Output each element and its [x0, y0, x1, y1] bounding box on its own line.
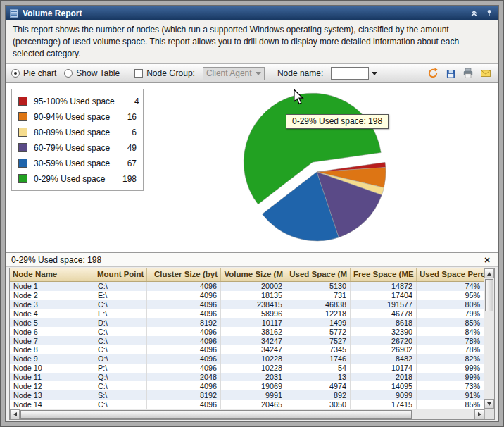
cell: 8618	[351, 318, 417, 327]
cell: 38162	[221, 327, 286, 336]
legend-item[interactable]: 80-89% Used space6	[18, 126, 137, 138]
vertical-scrollbar[interactable]	[484, 268, 494, 409]
node-name-input[interactable]	[331, 67, 369, 80]
table-row[interactable]: Node 1C:\40962000251301487274%	[10, 282, 484, 291]
column-header[interactable]: Used Space (M	[286, 268, 351, 281]
cell: E:\	[94, 291, 147, 300]
table-row[interactable]: Node 8C:\40963424773452690278%	[10, 345, 484, 354]
save-button[interactable]	[443, 66, 458, 80]
node-group-checkbox[interactable]	[134, 69, 143, 78]
cell: 78%	[417, 345, 484, 354]
chart-area: 95-100% Used space490-94% Used space1680…	[6, 83, 498, 252]
cell: 1746	[286, 354, 351, 364]
cell: Node 7	[10, 336, 94, 345]
refresh-button[interactable]	[426, 66, 440, 80]
cell: 4096	[147, 381, 221, 390]
cell: 12218	[286, 309, 351, 318]
scroll-down-button[interactable]	[484, 399, 494, 409]
table-row[interactable]: Node 4E:\409658996122184677879%	[10, 309, 484, 318]
table-row[interactable]: Node 5D:\8192101171499861885%	[10, 318, 484, 327]
column-header[interactable]: Cluster Size (byt	[147, 268, 221, 281]
cell: 4096	[147, 291, 221, 300]
cell: 4096	[147, 327, 221, 336]
cell: 892	[286, 390, 351, 400]
node-name-dropdown-button[interactable]	[369, 67, 380, 80]
table-row[interactable]: Node 14C:\40962046530501741585%	[10, 400, 484, 409]
show-table-radio[interactable]	[64, 69, 73, 78]
table-row[interactable]: Node 9O:\4096102281746848282%	[10, 354, 484, 364]
legend-item[interactable]: 95-100% Used space4	[18, 95, 137, 107]
column-header[interactable]: Used Space Perc	[417, 268, 484, 281]
horizontal-scrollbar[interactable]	[10, 409, 484, 419]
cell: 4974	[286, 381, 351, 390]
legend-item[interactable]: 0-29% Used space198	[18, 173, 137, 185]
print-icon	[462, 68, 474, 79]
column-header[interactable]: Node Name	[10, 268, 94, 281]
cell: 19069	[221, 381, 286, 390]
cell: 91%	[417, 390, 484, 400]
cell: 32390	[351, 327, 417, 336]
cell: 4096	[147, 345, 221, 354]
cell: 85%	[417, 400, 484, 409]
window-title: Volume Report	[23, 8, 465, 18]
close-button[interactable]: ×	[481, 254, 493, 266]
legend-swatch	[18, 97, 27, 106]
vertical-scrollbar-thumb[interactable]	[485, 279, 493, 311]
legend-label: 90-94% Used space	[34, 112, 112, 122]
scroll-right-button[interactable]	[474, 409, 484, 419]
cell: Node 2	[10, 291, 94, 300]
cell: 73%	[417, 381, 484, 390]
cell: 4096	[147, 400, 221, 409]
node-group-label: Node Group:	[146, 68, 195, 78]
cell: 8192	[147, 390, 221, 400]
pin-button[interactable]	[484, 8, 494, 18]
collapse-button[interactable]	[469, 8, 479, 18]
table-row[interactable]: Node 2E:\4096181357311740495%	[10, 291, 484, 300]
data-table: Node NameMount PointCluster Size (bytVol…	[9, 268, 495, 420]
table-row[interactable]: Node 11Q:\2048203113201899%	[10, 373, 484, 382]
table-row[interactable]: Node 7C:\40963424775272672078%	[10, 336, 484, 345]
scroll-left-button[interactable]	[10, 409, 20, 419]
cell: 8192	[147, 318, 221, 327]
cell: C:\	[94, 327, 147, 336]
table-row[interactable]: Node 6C:\40963816257723239084%	[10, 327, 484, 336]
horizontal-scrollbar-track[interactable]	[20, 409, 474, 419]
save-icon	[446, 68, 456, 79]
cell: 84%	[417, 327, 484, 336]
table-row[interactable]: Node 13S:\81929991892909991%	[10, 390, 484, 400]
cell: 4096	[147, 364, 221, 373]
legend-value: 4	[121, 97, 139, 106]
report-icon	[10, 9, 18, 18]
cell: 82%	[417, 354, 484, 364]
cell: 34247	[221, 345, 286, 354]
cell: 8482	[351, 354, 417, 364]
column-header[interactable]: Volume Size (M	[221, 268, 286, 281]
cell: 2048	[147, 373, 221, 382]
print-button[interactable]	[461, 66, 475, 80]
cell: D:\	[94, 318, 147, 327]
legend-item[interactable]: 90-94% Used space16	[18, 111, 137, 123]
vertical-scrollbar-track[interactable]	[484, 278, 494, 399]
table-row[interactable]: Node 12C:\40961906949741409573%	[10, 381, 484, 390]
table-row[interactable]: Node 10P:\409610228541017499%	[10, 364, 484, 373]
close-icon: ×	[484, 254, 490, 266]
cell: 20002	[221, 282, 286, 291]
table-row[interactable]: Node 3C:\40962384154683819157780%	[10, 300, 484, 309]
legend-item[interactable]: 30-59% Used space67	[18, 157, 137, 169]
column-header[interactable]: Free Space (ME	[351, 268, 417, 281]
horizontal-scrollbar-thumb[interactable]	[20, 410, 412, 419]
cell: Node 6	[10, 327, 94, 336]
arrow-up-icon	[487, 272, 491, 276]
legend-value: 198	[118, 174, 137, 184]
legend-label: 30-59% Used space	[34, 159, 112, 168]
legend-item[interactable]: 60-79% Used space49	[18, 142, 137, 154]
scroll-up-button[interactable]	[484, 268, 494, 278]
pie-chart-radio[interactable]	[11, 69, 20, 78]
refresh-icon	[427, 68, 439, 79]
cell: 9099	[351, 390, 417, 400]
cell: Q:\	[94, 373, 147, 382]
column-header[interactable]: Mount Point	[94, 268, 147, 281]
email-button[interactable]	[479, 66, 493, 80]
cell: 9991	[221, 390, 286, 400]
cell: Node 14	[10, 400, 94, 409]
